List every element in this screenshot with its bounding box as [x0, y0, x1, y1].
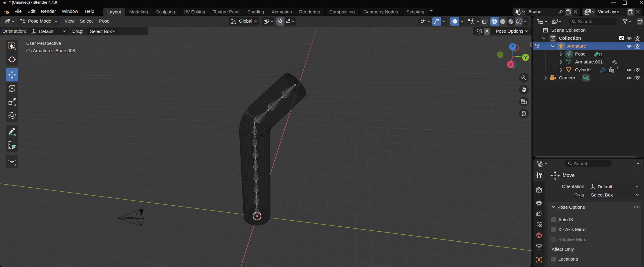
svg-text:Z: Z — [511, 45, 514, 49]
svg-text:Y: Y — [524, 55, 527, 60]
svg-text:X: X — [509, 62, 512, 67]
